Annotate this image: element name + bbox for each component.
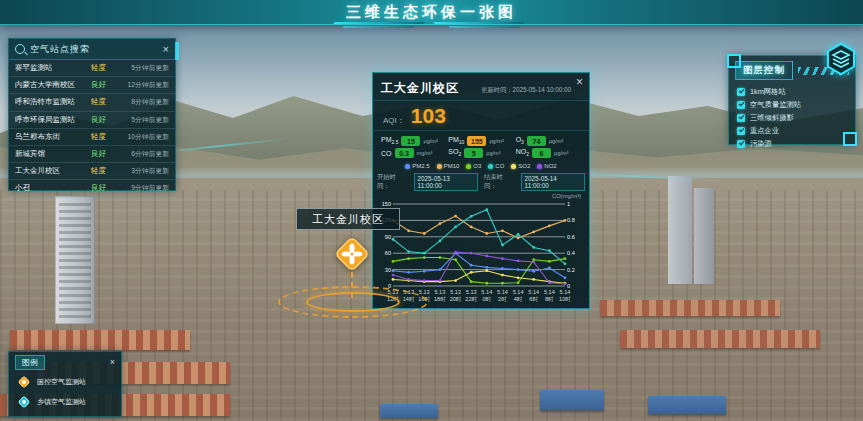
pollutant-value: 6 xyxy=(532,148,551,158)
map-marker-label[interactable]: 工大金川校区 xyxy=(296,208,400,230)
pollutant-unit: μg/m³ xyxy=(489,138,503,144)
svg-text:5.146时: 5.146时 xyxy=(528,289,539,302)
station-grade: 良好 xyxy=(91,149,113,159)
update-time: 更新时间：2025-05-14 10:00:00 xyxy=(481,86,581,95)
header-decor-left xyxy=(329,22,431,29)
pollutant-unit: mg/m³ xyxy=(417,150,433,156)
station-row[interactable]: 呼市环保局监测站良好5分钟前更新 xyxy=(9,112,175,129)
chart-legend-item[interactable]: PM2.5 xyxy=(405,163,429,169)
station-row[interactable]: 乌兰察布东街轻度10分钟前更新 xyxy=(9,129,175,146)
time-range-row: 开始时间： 2025-05-13 11:00:00 结束时间： 2025-05-… xyxy=(373,170,589,192)
checkbox-checked-icon[interactable] xyxy=(737,101,745,109)
svg-text:60: 60 xyxy=(385,250,391,256)
layer-toggle[interactable]: 重点企业 xyxy=(737,124,847,137)
pollutant-cell: SO25μg/m³ xyxy=(448,148,513,158)
pollutant-label: NO2 xyxy=(516,148,529,157)
chart-legend: PM2.5PM10O3COSO2NO2 xyxy=(373,160,589,170)
panel-edge-accent xyxy=(175,42,179,60)
building-warehouse xyxy=(380,404,438,418)
pollutant-value: 74 xyxy=(527,136,546,146)
page-title: 三维生态环保一张图 xyxy=(0,3,863,22)
pollutant-value: 15 xyxy=(401,136,420,146)
chart-legend-item[interactable]: CO xyxy=(488,163,504,169)
chart-legend-item[interactable]: SO2 xyxy=(511,163,530,169)
series-PM10 xyxy=(393,216,565,238)
layer-label: 1km网格站 xyxy=(750,87,786,97)
aqi-label: AQI： xyxy=(383,115,405,126)
layer-toggle[interactable]: 空气质量监测站 xyxy=(737,98,847,111)
building-warehouse xyxy=(540,390,604,410)
pollutant-value: 155 xyxy=(467,136,486,146)
legend-items: 国控空气监测站乡镇空气监测站 xyxy=(9,372,121,412)
chart-legend-item[interactable]: PM10 xyxy=(437,163,460,169)
svg-text:5.140时: 5.140时 xyxy=(481,289,492,302)
air-station-marker-icon[interactable] xyxy=(333,235,371,273)
pollutant-unit: μg/m³ xyxy=(549,138,563,144)
legend-label: NO2 xyxy=(544,163,556,169)
air-station-township-marker-icon xyxy=(17,395,31,409)
station-updated: 10分钟前更新 xyxy=(113,132,169,142)
map-viewport[interactable]: 三维生态环保一张图 空气站点搜索 × 赛罕监测站轻度5分钟前更新内蒙古大学南校区… xyxy=(0,0,863,421)
svg-text:5.144时: 5.144时 xyxy=(513,289,524,302)
chart-legend-item[interactable]: NO2 xyxy=(537,163,556,169)
layers-icon[interactable] xyxy=(824,42,858,76)
end-time-input[interactable]: 2025-05-14 11:00:00 xyxy=(521,173,585,191)
pollutant-unit: μg/m³ xyxy=(554,150,568,156)
checkbox-checked-icon[interactable] xyxy=(737,127,745,135)
layer-toggle[interactable]: 污染源 xyxy=(737,137,847,150)
pollutant-label: PM2.5 xyxy=(381,136,398,145)
chart-legend-item[interactable]: O3 xyxy=(466,163,481,169)
legend-dot-icon xyxy=(488,164,493,169)
svg-text:5.142时: 5.142时 xyxy=(497,289,508,302)
close-icon[interactable]: × xyxy=(110,357,115,368)
station-detail-popup: × 工大金川校区 更新时间：2025-05-14 10:00:00 AQI： 1… xyxy=(372,72,590,309)
checkbox-checked-icon[interactable] xyxy=(737,140,745,148)
popup-title: 工大金川校区 xyxy=(381,80,459,97)
checkbox-checked-icon[interactable] xyxy=(737,114,745,122)
station-row[interactable]: 内蒙古大学南校区良好12分钟前更新 xyxy=(9,77,175,94)
pollutant-label: CO xyxy=(381,150,392,157)
svg-text:0.4: 0.4 xyxy=(567,250,575,256)
svg-text:5.1410时: 5.1410时 xyxy=(559,289,571,302)
close-icon[interactable]: × xyxy=(576,77,583,88)
popup-header: 工大金川校区 更新时间：2025-05-14 10:00:00 xyxy=(373,73,589,101)
station-name: 赛罕监测站 xyxy=(15,63,91,73)
station-row[interactable]: 赛罕监测站轻度5分钟前更新 xyxy=(9,60,175,77)
legend-item: 乡镇空气监测站 xyxy=(9,392,121,412)
checkbox-checked-icon[interactable] xyxy=(737,88,745,96)
station-row[interactable]: 小召良好9分钟前更新 xyxy=(9,180,175,197)
legend-dot-icon xyxy=(405,164,410,169)
svg-text:0.8: 0.8 xyxy=(567,217,575,223)
end-time-label: 结束时间： xyxy=(484,173,515,191)
pollutant-cell: PM10155μg/m³ xyxy=(448,136,513,146)
aqi-value: 103 xyxy=(411,104,446,128)
layer-label: 空气质量监测站 xyxy=(750,100,801,110)
legend-label: PM10 xyxy=(444,163,460,169)
pollutant-grid: PM2.515μg/m³PM10155μg/m³O374μg/m³CO0.3mg… xyxy=(373,131,589,160)
trend-chart-svg: 030609012015000.20.40.60.815.1312时5.1314… xyxy=(377,199,583,305)
start-time-input[interactable]: 2025-05-13 11:00:00 xyxy=(414,173,478,191)
svg-text:5.148时: 5.148时 xyxy=(544,289,555,302)
layer-toggle[interactable]: 1km网格站 xyxy=(737,85,847,98)
building-row xyxy=(620,330,820,348)
building-tower xyxy=(694,188,714,284)
station-name: 乌兰察布东街 xyxy=(15,132,91,142)
series-PM2.5 xyxy=(393,253,565,278)
station-grade: 良好 xyxy=(91,115,113,125)
legend-item-label: 乡镇空气监测站 xyxy=(37,397,86,407)
pollutant-label: SO2 xyxy=(448,148,461,157)
station-name: 小召 xyxy=(15,183,91,193)
building-row xyxy=(10,330,190,350)
layer-toggle[interactable]: 三维倾斜摄影 xyxy=(737,111,847,124)
legend-label: SO2 xyxy=(518,163,530,169)
station-updated: 8分钟前更新 xyxy=(113,97,169,107)
station-row[interactable]: 工大金川校区轻度3分钟前更新 xyxy=(9,163,175,180)
layer-label: 重点企业 xyxy=(750,126,779,136)
right-axis-label: CO(mg/m³) xyxy=(373,192,589,199)
station-row[interactable]: 新城宾馆良好6分钟前更新 xyxy=(9,146,175,163)
pollutant-label: PM10 xyxy=(448,136,464,145)
legend-label: PM2.5 xyxy=(412,163,429,169)
station-name: 新城宾馆 xyxy=(15,149,91,159)
close-icon[interactable]: × xyxy=(163,44,169,55)
station-row[interactable]: 呼和浩特市监测站轻度8分钟前更新 xyxy=(9,94,175,111)
